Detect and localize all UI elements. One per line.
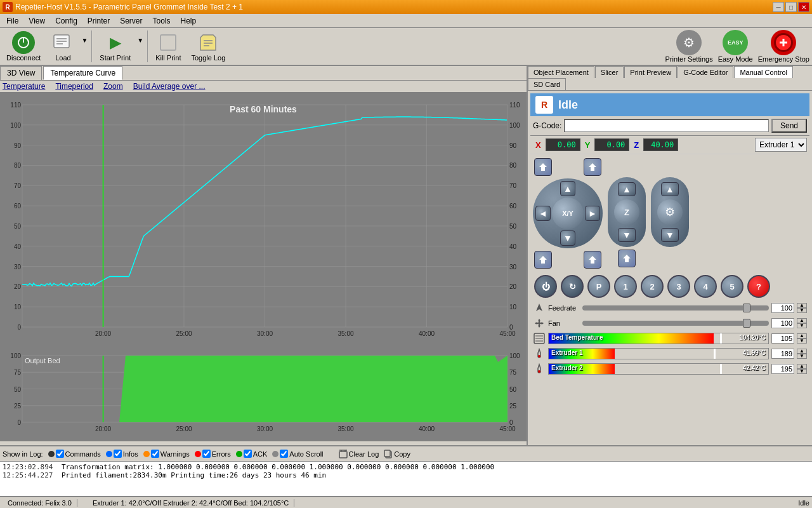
ext2-temp-setpoint[interactable] <box>771 364 794 374</box>
kill-print-button[interactable]: Kill Print <box>152 30 185 63</box>
joystick-down-button[interactable]: ▼ <box>560 231 575 246</box>
tab-sd-card[interactable]: SD Card <box>528 78 566 90</box>
autoscroll-check[interactable]: Auto Scroll <box>272 450 323 458</box>
fan-value[interactable] <box>771 318 794 328</box>
log-content: 12:23:02.894 Transformation matrix: 1.00… <box>0 462 812 496</box>
feedrate-icon <box>533 302 546 314</box>
bed-temp-spinner[interactable]: ▲ ▼ <box>797 333 807 344</box>
menu-file[interactable]: File <box>1 15 23 27</box>
menu-view[interactable]: View <box>23 15 50 27</box>
ext1-temp-spinner[interactable]: ▲ ▼ <box>797 349 807 359</box>
ext2-temp-down[interactable]: ▼ <box>797 369 807 374</box>
home-x-button[interactable] <box>534 251 552 269</box>
tab-print-preview[interactable]: Print Preview <box>624 66 677 78</box>
ack-check[interactable]: ACK <box>236 450 268 458</box>
minimize-button[interactable]: ─ <box>773 2 784 12</box>
bed-temp-setpoint[interactable] <box>771 333 794 344</box>
menu-help[interactable]: Help <box>176 15 202 27</box>
gcode-input[interactable] <box>564 119 769 132</box>
right-tabs: Object Placement Slicer Print Preview G-… <box>528 66 812 91</box>
num2-button[interactable]: 2 <box>641 275 664 298</box>
power-button[interactable]: ⏻ <box>534 275 557 298</box>
num4-button[interactable]: 4 <box>694 275 717 298</box>
home-all-button[interactable] <box>584 158 601 176</box>
maximize-button[interactable]: □ <box>785 2 797 12</box>
start-dropdown-arrow[interactable]: ▼ <box>137 37 143 44</box>
toggle-log-label: Toggle Log <box>191 54 225 62</box>
menu-config[interactable]: Config <box>50 15 82 27</box>
menu-printer[interactable]: Printer <box>82 15 115 27</box>
bed-temp-down[interactable]: ▼ <box>797 338 807 344</box>
copy-log-button[interactable]: Copy <box>384 450 410 458</box>
tab-3d-view[interactable]: 3D View <box>0 66 42 80</box>
warnings-check[interactable]: Warnings <box>143 450 190 458</box>
ext1-temp-down[interactable]: ▼ <box>797 354 807 359</box>
ext1-temp-marker <box>714 349 716 359</box>
ext1-temp-label: Extruder 1 <box>551 349 582 356</box>
printer-settings-button[interactable]: ⚙ Printer Settings <box>665 30 712 63</box>
tab-manual-control[interactable]: Manual Control <box>734 66 793 78</box>
commands-label: Commands <box>65 450 101 458</box>
extruder-down-button[interactable]: ▼ <box>661 228 679 242</box>
joystick-center[interactable]: X/Y <box>552 197 584 229</box>
xy-home-buttons <box>534 158 601 176</box>
tab-slicer[interactable]: Slicer <box>595 66 624 78</box>
joystick-left-button[interactable]: ◄ <box>535 206 551 221</box>
tab-object-placement[interactable]: Object Placement <box>528 66 594 78</box>
infos-check[interactable]: Infos <box>106 450 138 458</box>
joystick-right-button[interactable]: ► <box>585 206 600 221</box>
p-button[interactable]: P <box>587 275 610 298</box>
titlebar-controls[interactable]: ─ □ ✕ <box>773 2 809 12</box>
feedrate-thumb[interactable] <box>743 304 750 312</box>
disconnect-button[interactable]: Disconnect <box>3 30 44 63</box>
help-button[interactable]: ? <box>747 275 770 298</box>
home-xy-button[interactable] <box>534 158 552 176</box>
z-down-button[interactable]: ▼ <box>618 228 636 242</box>
clear-log-button[interactable]: Clear Log <box>339 450 379 458</box>
num3-button[interactable]: 3 <box>667 275 690 298</box>
commands-check[interactable]: Commands <box>48 450 101 458</box>
extruder-center[interactable]: ⚙ <box>657 199 683 225</box>
fan-down[interactable]: ▼ <box>797 323 807 328</box>
feedrate-down[interactable]: ▼ <box>797 308 807 313</box>
z-center[interactable]: Z <box>614 199 639 225</box>
send-button[interactable]: Send <box>771 119 807 133</box>
chart-build-average-link[interactable]: Build Average over ... <box>133 82 206 91</box>
toggle-log-button[interactable]: Toggle Log <box>187 30 229 63</box>
feedrate-spinner[interactable]: ▲ ▼ <box>797 303 807 313</box>
easy-mode-button[interactable]: EASY Easy Mode <box>718 30 753 63</box>
home-z-button[interactable] <box>618 250 636 267</box>
ext1-temp-value: 41.99°C <box>743 349 766 356</box>
fan-thumb[interactable] <box>743 319 750 328</box>
chart-timeperiod-link[interactable]: Timeperiod <box>55 82 93 91</box>
tab-gcode-editor[interactable]: G-Code Editor <box>678 66 733 78</box>
feedrate-value[interactable] <box>771 303 794 313</box>
feedrate-track[interactable] <box>582 305 769 311</box>
close-button[interactable]: ✕ <box>798 2 809 12</box>
chart-zoom-link[interactable]: Zoom <box>103 82 123 91</box>
fan-spinner[interactable]: ▲ ▼ <box>797 318 807 328</box>
ext1-temp-setpoint[interactable] <box>771 349 794 359</box>
z-up-button[interactable]: ▲ <box>618 182 636 196</box>
extruder-select[interactable]: Extruder 1 Extruder 2 <box>755 138 807 152</box>
emergency-stop-button[interactable]: Emergency Stop <box>758 30 809 63</box>
joystick-up-button[interactable]: ▲ <box>560 181 575 196</box>
fan-track[interactable] <box>582 321 769 326</box>
window-title: Repetier-Host V1.5.5 - Parametric Panel … <box>15 3 243 11</box>
menu-tools[interactable]: Tools <box>148 15 176 27</box>
home-y-button[interactable] <box>584 251 601 269</box>
start-print-button[interactable]: ▶ Start Print <box>96 30 134 63</box>
load-dropdown-arrow[interactable]: ▼ <box>81 37 88 44</box>
z-joystick: ▲ Z ▼ <box>608 177 646 247</box>
ext2-temp-spinner[interactable]: ▲ ▼ <box>797 364 807 374</box>
log-area: Show in Log: Commands Infos Warnings Err… <box>0 445 812 496</box>
tab-temperature-curve[interactable]: Temperature Curve <box>43 66 122 80</box>
chart-temperature-link[interactable]: Temperature <box>3 82 45 91</box>
extruder-up-button[interactable]: ▲ <box>661 182 679 196</box>
num1-button[interactable]: 1 <box>614 275 637 298</box>
num5-button[interactable]: 5 <box>721 275 743 298</box>
reset-button[interactable]: ↻ <box>561 275 584 298</box>
load-button[interactable]: Load <box>47 30 79 63</box>
errors-check[interactable]: Errors <box>195 450 231 458</box>
menu-server[interactable]: Server <box>115 15 147 27</box>
